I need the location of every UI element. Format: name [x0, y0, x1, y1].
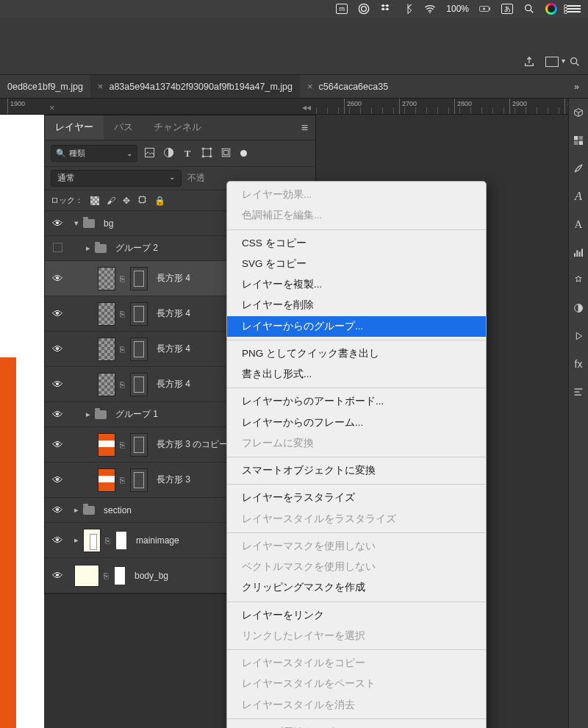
layer-name[interactable]: 長方形 4: [157, 378, 190, 390]
layer-name[interactable]: 長方形 4: [157, 272, 190, 285]
layer-thumbnail[interactable]: [98, 267, 115, 290]
panel-icon-swatches[interactable]: [572, 134, 585, 147]
document-tab[interactable]: ×c564caca6eca35: [300, 75, 395, 98]
lock-all-icon[interactable]: 🔒: [154, 196, 165, 206]
filter-pixel-icon[interactable]: [142, 147, 157, 160]
vector-mask-thumbnail[interactable]: [130, 373, 148, 396]
layer-name[interactable]: 長方形 3: [157, 474, 190, 486]
layer-name[interactable]: 長方形 4: [157, 343, 190, 355]
disclosure-icon[interactable]: ▸: [86, 243, 90, 253]
dropbox-icon[interactable]: [380, 3, 392, 15]
menu-item[interactable]: レイヤーをラスタライズ: [227, 488, 486, 508]
layer-mask-thumbnail[interactable]: [114, 566, 126, 585]
close-icon[interactable]: ×: [307, 81, 313, 92]
disclosure-icon[interactable]: ▾: [74, 218, 79, 228]
disclosure-icon[interactable]: ▸: [74, 505, 79, 515]
menu-item[interactable]: レイヤーからのフレーム...: [227, 413, 486, 433]
filter-smart-icon[interactable]: [218, 147, 233, 160]
menu-item[interactable]: レイヤーからのアートボード...: [227, 391, 486, 412]
panel-close-icon[interactable]: ×: [49, 102, 55, 113]
close-icon[interactable]: ×: [98, 81, 104, 92]
tabs-overflow-icon[interactable]: »: [565, 82, 588, 92]
disclosure-icon[interactable]: ▸: [86, 410, 90, 419]
panel-icon-paragraph[interactable]: A: [572, 218, 585, 231]
panel-icon-actions[interactable]: [572, 329, 585, 343]
lock-position-icon[interactable]: ✥: [123, 196, 130, 206]
siri-icon[interactable]: [545, 3, 557, 15]
vector-mask-thumbnail[interactable]: [130, 433, 148, 457]
menu-item[interactable]: 書き出し形式...: [227, 364, 486, 385]
layer-thumbnail[interactable]: [98, 373, 115, 396]
visibility-toggle[interactable]: 👁: [49, 569, 65, 582]
visibility-toggle[interactable]: 👁: [49, 272, 65, 285]
bluetooth-icon[interactable]: [402, 3, 414, 15]
menu-item[interactable]: レイヤーを削除: [227, 295, 486, 315]
layer-name[interactable]: mainimage: [136, 535, 179, 546]
visibility-toggle[interactable]: 👁: [49, 217, 65, 229]
layer-name[interactable]: 長方形 4: [157, 307, 190, 320]
menu-item[interactable]: SVG をコピー: [227, 254, 486, 274]
app-icon[interactable]: m: [336, 4, 348, 14]
menu-item[interactable]: PNG としてクイック書き出し: [227, 343, 486, 364]
notification-center-icon[interactable]: [567, 4, 581, 14]
visibility-toggle[interactable]: 👁: [49, 504, 65, 516]
ime-icon[interactable]: あ: [501, 4, 513, 14]
menu-item[interactable]: スマートオブジェクトに変換: [227, 460, 486, 481]
visibility-toggle[interactable]: 👁: [49, 408, 65, 421]
document-tab[interactable]: ×a83a5e94a1374b2f93090af9fb194a47_m.jpg: [90, 75, 300, 98]
menu-item[interactable]: レイヤーを複製...: [227, 274, 486, 295]
tab-layers[interactable]: レイヤー: [45, 115, 104, 140]
panel-menu-icon[interactable]: ≡: [294, 121, 315, 135]
menu-item[interactable]: レイヤーからのグループ...: [227, 316, 486, 337]
visibility-toggle[interactable]: 👁: [49, 343, 65, 355]
menu-item[interactable]: レイヤーをリンク: [227, 605, 486, 626]
lock-paint-icon[interactable]: 🖌: [107, 196, 115, 206]
panel-collapse-icon[interactable]: ◂◂: [302, 102, 311, 113]
search-icon[interactable]: [569, 56, 581, 70]
vector-mask-thumbnail[interactable]: [130, 338, 148, 361]
layer-mask-thumbnail[interactable]: [115, 531, 127, 550]
layer-thumbnail[interactable]: [98, 468, 115, 492]
share-icon[interactable]: [523, 56, 535, 70]
visibility-toggle[interactable]: 👁: [49, 307, 65, 320]
layer-thumbnail[interactable]: [98, 338, 115, 361]
panel-icon-histogram[interactable]: [572, 246, 585, 259]
spotlight-icon[interactable]: [523, 3, 535, 15]
filter-adjust-icon[interactable]: [161, 147, 176, 160]
lock-artboard-icon[interactable]: [137, 195, 147, 207]
panel-icon-brush[interactable]: [572, 162, 585, 175]
blend-mode-select[interactable]: 通常⌄: [51, 170, 182, 187]
layer-thumbnail[interactable]: [74, 565, 99, 587]
layer-thumbnail[interactable]: [83, 529, 101, 552]
panel-icon-adjust[interactable]: [572, 301, 585, 315]
filter-type-icon[interactable]: T: [180, 148, 195, 160]
layer-name[interactable]: グループ 2: [115, 242, 158, 254]
filter-kind-select[interactable]: 🔍 種類 ⌄: [51, 145, 137, 162]
filter-shape-icon[interactable]: [199, 147, 214, 160]
layer-name[interactable]: グループ 1: [115, 408, 158, 421]
screen-mode-select[interactable]: [545, 57, 559, 69]
tab-channels[interactable]: チャンネル: [143, 115, 212, 140]
layer-thumbnail[interactable]: [98, 302, 115, 326]
visibility-toggle[interactable]: 👁: [49, 438, 65, 451]
visibility-toggle[interactable]: 👁: [49, 474, 65, 486]
visibility-toggle[interactable]: 👁: [49, 378, 65, 390]
layer-thumbnail[interactable]: [98, 433, 115, 457]
canvas-area[interactable]: [0, 115, 44, 728]
menu-item[interactable]: クリッピングマスクを作成: [227, 577, 486, 598]
panel-icon-3d[interactable]: [572, 106, 585, 119]
layer-name[interactable]: body_bg: [135, 571, 168, 581]
panel-icon-align[interactable]: [572, 385, 585, 399]
visibility-toggle[interactable]: [49, 242, 65, 254]
vector-mask-thumbnail[interactable]: [130, 267, 148, 290]
vector-mask-thumbnail[interactable]: [130, 468, 148, 492]
visibility-toggle[interactable]: 👁: [49, 534, 65, 546]
panel-icon-info[interactable]: [572, 274, 585, 287]
panel-icon-styles[interactable]: fx: [572, 357, 585, 371]
battery-icon[interactable]: [479, 3, 491, 15]
disclosure-icon[interactable]: ▸: [74, 535, 79, 545]
tab-paths[interactable]: パス: [104, 115, 143, 140]
layer-name[interactable]: bg: [104, 218, 113, 229]
wifi-icon[interactable]: [424, 3, 436, 15]
lock-transparency-icon[interactable]: [90, 196, 99, 205]
